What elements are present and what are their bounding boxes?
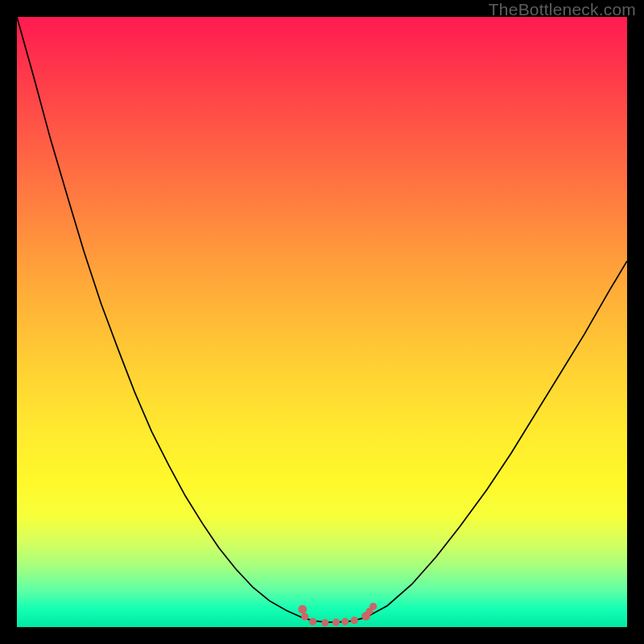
marker-dot xyxy=(351,617,358,624)
marker-dot xyxy=(298,605,307,614)
marker-dot xyxy=(332,618,340,625)
marker-dot xyxy=(341,618,349,625)
bottleneck-plot xyxy=(17,17,627,627)
marker-dot xyxy=(309,618,316,625)
marker-dot xyxy=(301,613,308,621)
watermark-text: TheBottleneck.com xyxy=(489,0,636,19)
chart-frame xyxy=(17,17,627,627)
marker-dot xyxy=(321,619,328,626)
bottleneck-curve xyxy=(17,17,627,622)
marker-group xyxy=(298,603,377,627)
marker-dot xyxy=(369,603,377,610)
